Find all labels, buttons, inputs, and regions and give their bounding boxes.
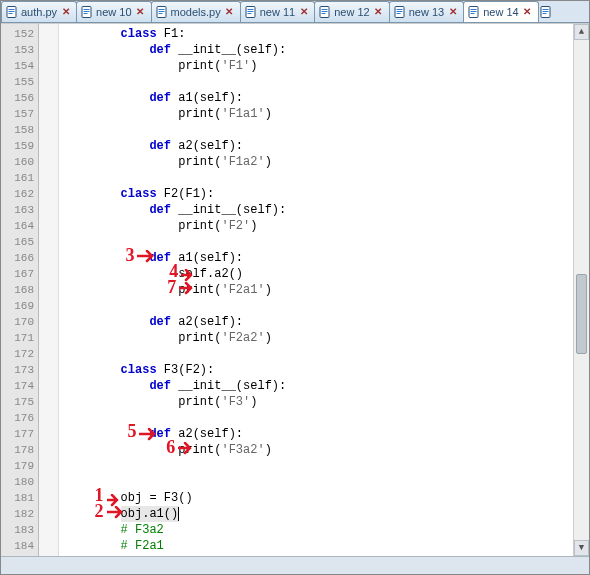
code-line[interactable]: def __init__(self): bbox=[63, 42, 569, 58]
status-bar bbox=[1, 556, 589, 574]
code-line[interactable]: # F2a1 bbox=[63, 538, 569, 554]
line-number: 181 bbox=[3, 490, 34, 506]
line-number: 182 bbox=[3, 506, 34, 522]
code-line[interactable]: print('F2') bbox=[63, 218, 569, 234]
code-line[interactable]: def __init__(self): bbox=[63, 202, 569, 218]
line-number: 164 bbox=[3, 218, 34, 234]
file-icon bbox=[468, 6, 480, 18]
close-icon[interactable]: ✕ bbox=[447, 7, 458, 18]
code-line[interactable]: obj = F3() bbox=[63, 490, 569, 506]
close-icon[interactable]: ✕ bbox=[224, 7, 235, 18]
code-line[interactable]: print('F3a2') bbox=[63, 442, 569, 458]
close-icon[interactable]: ✕ bbox=[522, 7, 533, 18]
code-line[interactable]: # F3a2 bbox=[63, 522, 569, 538]
tab-label: new 14 bbox=[483, 6, 518, 18]
code-line[interactable]: def a1(self): bbox=[63, 250, 569, 266]
code-line[interactable] bbox=[63, 298, 569, 314]
code-line[interactable]: def a1(self): bbox=[63, 90, 569, 106]
code-line[interactable] bbox=[63, 346, 569, 362]
close-icon[interactable]: ✕ bbox=[298, 7, 309, 18]
tab-bar: auth.py✕new 10✕models.py✕new 11✕new 12✕n… bbox=[1, 1, 589, 23]
line-number: 184 bbox=[3, 538, 34, 554]
line-number: 167 bbox=[3, 266, 34, 282]
scroll-thumb[interactable] bbox=[576, 274, 587, 354]
tab-new-11[interactable]: new 11✕ bbox=[240, 1, 315, 22]
svg-rect-17 bbox=[322, 9, 328, 10]
line-number: 155 bbox=[3, 74, 34, 90]
tab-label: models.py bbox=[171, 6, 221, 18]
file-icon bbox=[6, 6, 18, 18]
line-number: 173 bbox=[3, 362, 34, 378]
code-line[interactable] bbox=[63, 122, 569, 138]
editor-area: 1521531541551561571581591601611621631641… bbox=[1, 23, 589, 556]
line-number: 179 bbox=[3, 458, 34, 474]
code-line[interactable] bbox=[63, 74, 569, 90]
line-number: 178 bbox=[3, 442, 34, 458]
code-line[interactable] bbox=[63, 170, 569, 186]
line-number: 175 bbox=[3, 394, 34, 410]
svg-rect-5 bbox=[84, 9, 90, 10]
close-icon[interactable]: ✕ bbox=[373, 7, 384, 18]
tab-label: new 13 bbox=[409, 6, 444, 18]
code-line[interactable]: class F3(F2): bbox=[63, 362, 569, 378]
line-number: 169 bbox=[3, 298, 34, 314]
code-line[interactable]: def __init__(self): bbox=[63, 378, 569, 394]
code-line[interactable]: def a2(self): bbox=[63, 314, 569, 330]
code-line[interactable] bbox=[63, 458, 569, 474]
code-line[interactable]: def a2(self): bbox=[63, 426, 569, 442]
line-number: 154 bbox=[3, 58, 34, 74]
svg-rect-15 bbox=[247, 13, 251, 14]
code-line[interactable]: print('F3') bbox=[63, 394, 569, 410]
text-caret bbox=[178, 507, 179, 521]
editor-window: auth.py✕new 10✕models.py✕new 11✕new 12✕n… bbox=[0, 0, 590, 575]
svg-rect-29 bbox=[542, 9, 548, 10]
tab-label: new 12 bbox=[334, 6, 369, 18]
tab-models-py[interactable]: models.py✕ bbox=[151, 1, 241, 22]
svg-rect-10 bbox=[158, 11, 164, 12]
code-line[interactable] bbox=[63, 410, 569, 426]
svg-rect-14 bbox=[247, 11, 253, 12]
line-number: 166 bbox=[3, 250, 34, 266]
svg-rect-13 bbox=[247, 9, 253, 10]
code-line[interactable]: obj.a1() bbox=[63, 506, 569, 522]
code-area[interactable]: class F1: def __init__(self): print('F1'… bbox=[59, 24, 573, 556]
svg-rect-9 bbox=[158, 9, 164, 10]
code-line[interactable] bbox=[63, 474, 569, 490]
tab-auth-py[interactable]: auth.py✕ bbox=[1, 1, 77, 22]
code-line[interactable]: print('F2a2') bbox=[63, 330, 569, 346]
line-number: 165 bbox=[3, 234, 34, 250]
svg-rect-3 bbox=[9, 13, 13, 14]
code-line[interactable]: self.a2() bbox=[63, 266, 569, 282]
line-number: 161 bbox=[3, 170, 34, 186]
svg-rect-25 bbox=[471, 9, 477, 10]
tab-overflow[interactable] bbox=[538, 1, 554, 22]
code-line[interactable]: class F2(F1): bbox=[63, 186, 569, 202]
close-icon[interactable]: ✕ bbox=[60, 7, 71, 18]
code-line[interactable] bbox=[63, 234, 569, 250]
tab-new-12[interactable]: new 12✕ bbox=[314, 1, 389, 22]
code-line[interactable]: print('F1a1') bbox=[63, 106, 569, 122]
scroll-down-button[interactable]: ▼ bbox=[574, 540, 589, 556]
tab-label: auth.py bbox=[21, 6, 57, 18]
svg-rect-27 bbox=[471, 13, 475, 14]
close-icon[interactable]: ✕ bbox=[135, 7, 146, 18]
svg-rect-2 bbox=[9, 11, 15, 12]
tab-label: new 11 bbox=[260, 6, 295, 18]
svg-rect-31 bbox=[542, 13, 546, 14]
file-icon bbox=[245, 6, 257, 18]
tab-new-13[interactable]: new 13✕ bbox=[389, 1, 464, 22]
line-number: 153 bbox=[3, 42, 34, 58]
svg-rect-26 bbox=[471, 11, 477, 12]
vertical-scrollbar[interactable]: ▲ ▼ bbox=[573, 24, 589, 556]
code-line[interactable]: def a2(self): bbox=[63, 138, 569, 154]
scroll-up-button[interactable]: ▲ bbox=[574, 24, 589, 40]
line-number: 171 bbox=[3, 330, 34, 346]
tab-new-10[interactable]: new 10✕ bbox=[76, 1, 151, 22]
code-line[interactable]: print('F1a2') bbox=[63, 154, 569, 170]
file-icon bbox=[81, 6, 93, 18]
tab-new-14[interactable]: new 14✕ bbox=[463, 1, 538, 22]
code-line[interactable]: print('F1') bbox=[63, 58, 569, 74]
fold-margin bbox=[39, 24, 59, 556]
code-line[interactable]: class F1: bbox=[63, 26, 569, 42]
code-line[interactable]: print('F2a1') bbox=[63, 282, 569, 298]
